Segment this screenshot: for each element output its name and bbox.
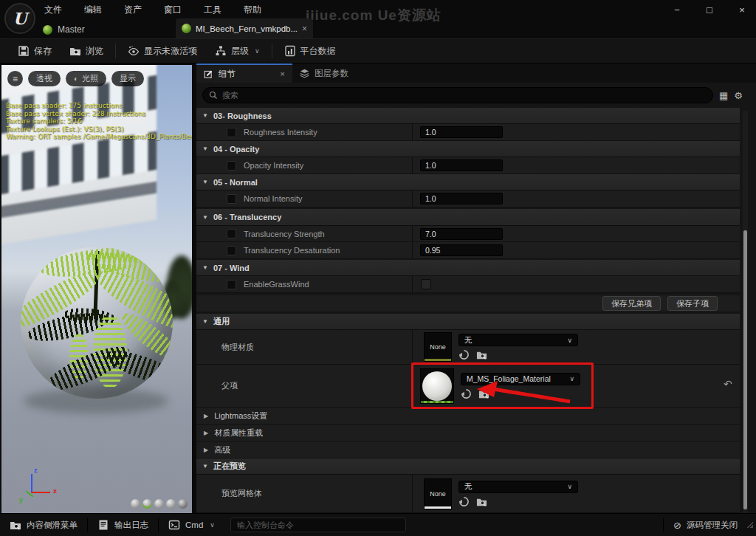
z-axis (31, 474, 32, 492)
save-label: 保存 (34, 45, 52, 58)
annotation-arrow (471, 379, 574, 406)
reset-to-default-icon[interactable]: ↶ (724, 378, 732, 390)
override-checkbox[interactable] (227, 128, 236, 137)
details-panel: 细节 × 图层参数 ▦ ⚙ ▼03- Roughness Roughness I… (196, 63, 756, 513)
content-drawer-button[interactable]: 内容侧滑菜单 (0, 514, 87, 536)
menu-tools[interactable]: 工具 (202, 4, 223, 16)
use-selected-icon[interactable] (458, 349, 470, 360)
details-tab-close-icon[interactable]: × (280, 69, 285, 78)
section-header-translucency[interactable]: ▼06 - Translucency (196, 209, 740, 226)
x-axis (31, 492, 50, 493)
section-title: 06 - Translucency (213, 213, 281, 221)
value-input[interactable]: 0.95 (420, 244, 503, 256)
column-view-icon[interactable]: ▦ (719, 90, 728, 101)
cmd-label: Cmd (185, 520, 203, 529)
show-button[interactable]: 显示 (111, 71, 144, 86)
section-title: Lightmass设置 (214, 410, 267, 422)
dropdown-value: 无 (464, 335, 472, 346)
browse-button[interactable]: 浏览 (61, 39, 112, 63)
resize-grip[interactable] (747, 522, 753, 528)
preview-shape-cylinder-button[interactable] (131, 499, 140, 509)
section-header-opacity[interactable]: ▼04 - Opacity (196, 141, 740, 157)
section-title: 高级 (214, 444, 230, 456)
section-header-roughness[interactable]: ▼03- Roughness (196, 108, 740, 124)
platform-stats-icon (284, 45, 296, 57)
preview-shape-mesh-button[interactable] (178, 499, 188, 509)
browse-to-asset-icon[interactable] (476, 496, 487, 507)
physical-material-thumbnail[interactable]: None (424, 332, 452, 362)
section-header-general[interactable]: ▼通用 (196, 314, 740, 330)
parent-label: 父项 (221, 380, 238, 391)
section-header-wind[interactable]: ▼07 - Wind (196, 260, 740, 276)
material-icon (43, 25, 52, 35)
use-selected-icon[interactable] (458, 496, 470, 507)
enable-grass-wind-checkbox[interactable] (421, 279, 431, 289)
search-row: ▦ ⚙ (196, 83, 756, 108)
titlebar: U 文件 编辑 资产 窗口 工具 帮助 iiiue.com Ue资源站 − □ … (0, 0, 756, 38)
viewport-menu-button[interactable]: ≡ (7, 71, 23, 86)
menu-edit[interactable]: 编辑 (83, 4, 103, 16)
preview-mesh-dropdown[interactable]: 无∨ (458, 481, 578, 493)
override-checkbox[interactable] (227, 280, 236, 289)
menu-asset[interactable]: 资产 (123, 4, 143, 16)
override-checkbox[interactable] (227, 194, 236, 204)
section-material-overrides[interactable]: ▶材质属性重载 (196, 425, 740, 441)
preview-shape-sphere-button[interactable] (142, 499, 152, 509)
lit-mode-button[interactable]: ◐光照 (66, 71, 106, 86)
preview-mesh-thumbnail[interactable]: None (424, 478, 452, 509)
chevron-right-icon: ▶ (204, 430, 208, 436)
value-input[interactable]: 1.0 (420, 159, 503, 171)
section-title: 正在预览 (213, 461, 246, 472)
console-command-input[interactable] (230, 518, 406, 532)
value-input[interactable]: 1.0 (420, 126, 503, 138)
value-input[interactable]: 1.0 (420, 193, 503, 205)
tab-details[interactable]: 细节 × (196, 63, 292, 83)
perspective-button[interactable]: 透视 (28, 71, 61, 86)
preview-shape-cube-button[interactable] (166, 499, 176, 509)
search-box[interactable] (202, 87, 713, 103)
preview-viewport-canvas[interactable]: ≡ 透视 ◐光照 显示 Base pass shader: 175 instru… (1, 65, 192, 513)
tab-material-instance[interactable]: MI_Beech_Fern_vmkpdb... × (176, 18, 313, 38)
browse-label: 浏览 (86, 45, 103, 58)
hierarchy-button[interactable]: 层级 ∨ (206, 39, 269, 63)
section-advanced[interactable]: ▶高级 (196, 441, 740, 458)
minimize-button[interactable]: − (669, 3, 685, 18)
save-sibling-button[interactable]: 保存兄弟项 (602, 296, 661, 311)
tab-layer-params[interactable]: 图层参数 (292, 63, 356, 83)
menu-help[interactable]: 帮助 (242, 4, 263, 16)
save-child-button[interactable]: 保存子项 (667, 296, 718, 311)
close-button[interactable]: × (734, 3, 750, 18)
shader-stats-overlay: Base pass shader: 175 instructions Base … (6, 102, 192, 141)
browse-to-asset-icon[interactable] (476, 349, 487, 360)
scrollbar-thumb[interactable] (743, 230, 747, 509)
section-header-previewing[interactable]: ▼正在预览 (196, 458, 740, 475)
override-checkbox[interactable] (227, 229, 236, 238)
section-lightmass[interactable]: ▶Lightmass设置 (196, 408, 740, 425)
unreal-logo-icon[interactable]: U (4, 3, 35, 34)
param-row: Roughness Intensity 1.0 (196, 124, 740, 141)
source-control-button[interactable]: ⊘ 源码管理关闭 (664, 514, 747, 536)
platform-stats-button[interactable]: 平台数据 (275, 39, 345, 63)
tab-close-icon[interactable]: × (302, 24, 307, 34)
value-input[interactable]: 7.0 (420, 228, 503, 240)
param-label: Normal Intensity (244, 194, 302, 203)
show-inactive-button[interactable]: 显示未激活项 (119, 39, 206, 63)
override-checkbox[interactable] (227, 246, 236, 255)
section-header-normal[interactable]: ▼05 - Normal (196, 174, 740, 190)
search-input[interactable] (222, 91, 707, 100)
preview-shape-plane-button[interactable] (154, 499, 164, 509)
viewport-toolbar: ≡ 透视 ◐光照 显示 (7, 71, 144, 86)
cmd-dropdown[interactable]: Cmd ∨ (159, 514, 224, 536)
master-breadcrumb[interactable]: Master (43, 21, 85, 38)
maximize-button[interactable]: □ (701, 3, 718, 18)
hierarchy-label: 层级 (231, 45, 249, 58)
menu-window[interactable]: 窗口 (162, 4, 183, 16)
save-button[interactable]: 保存 (9, 39, 61, 63)
thumbnail-strip (425, 359, 451, 361)
menu-file[interactable]: 文件 (43, 4, 63, 16)
physical-material-dropdown[interactable]: 无∨ (458, 334, 578, 346)
settings-gear-icon[interactable]: ⚙ (734, 90, 743, 101)
output-log-button[interactable]: 输出日志 (88, 514, 158, 536)
toolbar-separator (115, 44, 116, 58)
override-checkbox[interactable] (227, 161, 236, 171)
